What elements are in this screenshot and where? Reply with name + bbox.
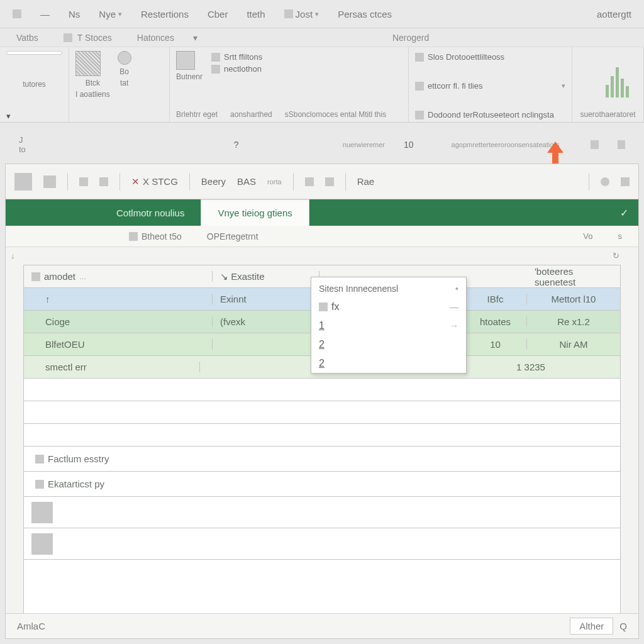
separator <box>345 173 346 191</box>
grid-refresh-icon[interactable]: ↻ <box>613 251 619 260</box>
status-bar: AmlaC Alther Q <box>6 613 638 638</box>
tab-tteth[interactable]: tteth <box>247 9 265 19</box>
filter-icon <box>211 53 220 62</box>
file-icon <box>13 9 21 18</box>
tool-icon-5[interactable] <box>305 177 314 186</box>
section-row-1[interactable]: Factlum esstry <box>24 447 620 472</box>
table-row-empty[interactable] <box>24 379 620 401</box>
section-subbar: Btheot t5o OPErtegetrnt Vo s <box>6 226 638 247</box>
toolbar-bas[interactable]: BAS <box>237 176 256 187</box>
r2-c1: BlfetOEU <box>24 339 213 350</box>
bo-icon[interactable] <box>118 51 131 65</box>
tab-file[interactable] <box>13 9 21 18</box>
status-button-alther[interactable]: Alther <box>570 618 613 635</box>
dropdown-title: Sitesn Innnecenensl• <box>311 277 466 297</box>
r1-c1: Cioge <box>24 316 213 327</box>
qat-jto[interactable]: J to <box>19 135 30 154</box>
table-row-empty[interactable] <box>24 424 620 447</box>
dropdown-item-0[interactable]: fx — <box>311 297 466 316</box>
group3-caption3: sSbonclomoces ental Mtitl this <box>285 110 386 119</box>
srtt-ffiltons-button[interactable]: Srtt ffiltons <box>211 51 402 63</box>
group1-side-label: tutores <box>6 80 62 89</box>
qat-icon-b[interactable] <box>618 140 625 149</box>
subbar-item-2[interactable]: OPErtegetrnt <box>207 231 258 242</box>
col-header-2[interactable]: ↘ Exastite <box>213 271 319 282</box>
subrow-hatonces[interactable]: Hatonces <box>137 33 174 43</box>
grid-corner-arrow-icon[interactable]: ↓ <box>11 251 15 260</box>
group3-caption1: Brlehtrr eget <box>176 110 218 119</box>
tab-restertions[interactable]: Restertions <box>141 9 189 19</box>
tool-icon-6[interactable] <box>325 177 334 186</box>
subhdr-c1[interactable]: ↑ <box>24 294 213 304</box>
slos-line[interactable]: Slos Drotooettlilteoss <box>415 51 565 63</box>
ribbon-group-3: Butnenr Srtt ffiltons nectlothon Brlehtr… <box>170 47 409 122</box>
section2-icon <box>35 480 44 489</box>
table-row-thumb1[interactable] <box>24 497 620 528</box>
btck-icon[interactable] <box>75 51 101 76</box>
tab-ns[interactable]: Ns <box>69 9 80 19</box>
section-tab-1[interactable]: Cotlmotr noulius <box>100 199 201 226</box>
tool-icon-1[interactable] <box>14 173 32 191</box>
toolbar-beery[interactable]: Beery <box>201 176 226 187</box>
ribbon-tabstrip: — Ns Nye ▾ Restertions Cber tteth Jost ▾… <box>0 0 644 28</box>
tab-cber[interactable]: Cber <box>208 9 228 19</box>
tab-persas[interactable]: Persas ctces <box>338 9 392 19</box>
separator <box>189 173 190 191</box>
butnenr-icon[interactable] <box>176 51 195 70</box>
table-row-empty[interactable] <box>24 401 620 424</box>
tab-aottergtt[interactable]: aottergtt <box>597 9 631 19</box>
toolbar-stcg[interactable]: ✕ X STCG <box>131 176 178 187</box>
fx-icon <box>319 303 328 311</box>
tool-icon-3[interactable] <box>79 177 88 186</box>
subhdr-c5[interactable]: Mettort l10 <box>527 294 620 304</box>
thumbnail-2-icon <box>31 533 53 555</box>
section-row-2[interactable]: Ekatarticst py <box>24 472 620 497</box>
dropdown-menu: Sitesn Innnecenensl• fx — 1 → 2 2 <box>311 277 467 374</box>
nectlothon-button[interactable]: nectlothon <box>211 63 402 75</box>
tab-dash[interactable]: — <box>40 9 50 19</box>
subrow-dropdown[interactable]: ▾ <box>193 33 197 43</box>
col-header-5[interactable]: 'boteeres suenetest <box>527 266 620 287</box>
table-row-thumb2[interactable] <box>24 528 620 560</box>
tool-icon-2[interactable] <box>43 175 56 188</box>
section-tab-2-active[interactable]: Vnye tieiog gtiens <box>201 199 309 226</box>
ribbon-group-1: tutores ▾ <box>0 47 69 122</box>
qat-icon-a[interactable] <box>591 140 598 149</box>
ribbon-subrow: Vatbs T Stoces Hatonces ▾ Nerogerd <box>0 28 644 47</box>
tab-jost[interactable]: Jost ▾ <box>284 9 319 19</box>
toolbar-rorta[interactable]: rorta <box>267 178 282 186</box>
dropdown-item-1[interactable]: 1 → <box>311 316 466 335</box>
subbar-val-2: s <box>618 231 623 241</box>
subhdr-c4[interactable]: IBfc <box>464 294 527 304</box>
group1-caret[interactable]: ▾ <box>6 111 11 121</box>
ettcorr-line[interactable]: ettcorr fl. fi tlies▾ <box>415 80 565 92</box>
subbar-item-1[interactable]: Btheot t5o <box>129 231 182 242</box>
col-header-1[interactable]: amodet… <box>24 271 213 282</box>
ribbon: tutores ▾ Btck I aoatliens Bo tat Butnen… <box>0 47 644 123</box>
name-box[interactable] <box>6 51 62 55</box>
dodoond-line[interactable]: Dodoond terRotuseeteort nclingsta <box>415 109 565 121</box>
tool-icon-4[interactable] <box>99 177 108 186</box>
tab-nye[interactable]: Nye ▾ <box>99 9 122 19</box>
subrow-tstoces[interactable]: T Stoces <box>64 33 112 43</box>
r3-c5: 1 3235 <box>441 362 620 372</box>
separator <box>293 173 294 191</box>
qat-value: 10 <box>404 140 414 150</box>
subrow-vatbs[interactable]: Vatbs <box>16 33 38 43</box>
tat-label: tat <box>118 79 131 87</box>
dropdown-item-2[interactable]: 2 <box>311 335 466 354</box>
toolbar-rae[interactable]: Rae <box>357 176 375 187</box>
r2-c5: Nir AM <box>527 339 620 350</box>
group3-caption2: aonsharthed <box>230 110 272 119</box>
dropdown-item-3[interactable]: 2 <box>311 354 466 373</box>
tool-icon-refresh[interactable] <box>601 177 609 186</box>
ribbon-group-4: Slos Drotooettlilteoss ettcorr fl. fi tl… <box>409 47 572 122</box>
status-q[interactable]: Q <box>619 621 627 631</box>
tool-icon-pen[interactable] <box>621 177 630 186</box>
subhdr-c2[interactable]: Exinnt <box>213 294 319 304</box>
histogram-icon <box>603 53 635 97</box>
section-check-icon: ✓ <box>620 207 628 219</box>
r1-c2: (fvexk <box>213 316 319 327</box>
subrow-mid: Nerogerd <box>392 33 429 43</box>
slos-icon <box>415 53 424 62</box>
